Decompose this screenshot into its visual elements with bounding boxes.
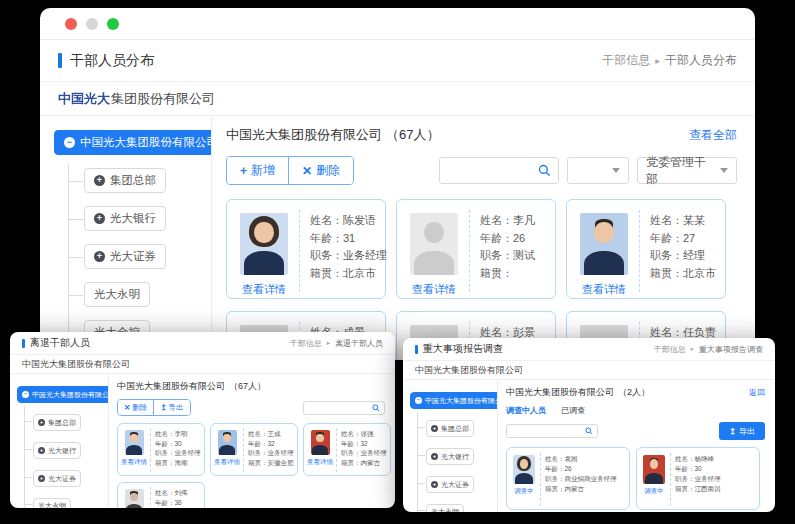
content-panel: 中国光大集团股份有限公司（67人） ✕ 删除 ↥ 导出 <box>109 374 395 508</box>
expand-icon[interactable]: + <box>38 419 45 426</box>
tab-investigated[interactable]: 已调查 <box>561 405 585 416</box>
content-panel: 中国光大集团股份有限公司（67人） 查看全部 + 新增 ✕ 删除 <box>212 116 755 360</box>
window-major-matters-report: 重大事项报告调查 干部信息 ▸ 重大事项报告调查 中国光大集团股份有限公司 − … <box>403 338 775 512</box>
org-tree-panel: − 中国光大集团股份有限公司 +集团总部 +光大银行 +光大证券 光大永明 光大… <box>403 380 498 512</box>
breadcrumb: 干部信息 ▸ 重大事项报告调查 <box>654 344 763 355</box>
person-photo <box>513 455 535 484</box>
tree-node-bank[interactable]: +光大银行 <box>426 448 474 465</box>
search-input[interactable] <box>511 428 585 435</box>
tree-node-securities[interactable]: +光大证券 <box>33 470 81 487</box>
category-select[interactable] <box>567 157 629 184</box>
toolbar: ↥ 导出 <box>506 422 765 440</box>
expand-icon[interactable]: + <box>94 251 105 262</box>
breadcrumb: 干部信息 ▸ 干部人员分布 <box>602 52 737 69</box>
back-link[interactable]: 返回 <box>749 387 765 398</box>
person-photo <box>240 213 288 275</box>
export-icon: ↥ <box>729 427 736 436</box>
tree-node-group-hq[interactable]: + 集团总部 <box>84 168 166 193</box>
tree-root-node[interactable]: − 中国光大集团股份有限公司 <box>410 392 498 409</box>
expand-icon[interactable]: + <box>38 475 45 482</box>
org-tree-panel: − 中国光大集团股份有限公司 +集团总部 +光大银行 +光大证券 光大永明 光大… <box>10 374 109 508</box>
titlebar <box>40 8 755 40</box>
tree-node-group-hq[interactable]: +集团总部 <box>426 420 474 437</box>
person-card: 查看详情 姓名：张强 年龄：32 职务：业务经理 籍贯：内蒙古 <box>303 423 391 476</box>
person-photo <box>125 489 144 508</box>
export-button[interactable]: ↥ 导出 <box>153 400 189 415</box>
tree-node-yongming[interactable]: 光大永明 <box>426 504 464 513</box>
expand-icon[interactable]: + <box>38 447 45 454</box>
view-detail-link[interactable]: 查看详情 <box>582 282 626 297</box>
add-button[interactable]: + 新增 <box>227 157 288 184</box>
company-logo: 中国光大 <box>58 90 110 108</box>
collapse-icon[interactable]: − <box>415 397 422 404</box>
content-panel: 中国光大集团股份有限公司（2人） 返回 调查中人员 已调查 <box>498 380 775 512</box>
person-card: 查看详情 姓名：陈发语 年龄：31 职务：业务经理 籍贯：北京市 <box>226 199 386 299</box>
search-icon[interactable] <box>538 164 551 177</box>
x-icon: ✕ <box>302 164 312 178</box>
tab-under-investigation[interactable]: 调查中人员 <box>506 405 546 416</box>
person-card: 调查中 姓名：袁园 年龄：26 职务：商业招商业务经理 籍贯：内蒙古 <box>506 447 630 510</box>
tree-node-securities[interactable]: + 光大证券 <box>84 244 166 269</box>
tree-node-bank[interactable]: +光大银行 <box>33 442 81 459</box>
breadcrumb-parent[interactable]: 干部信息 <box>602 52 650 69</box>
view-detail-link[interactable]: 查看详情 <box>121 458 147 467</box>
expand-icon[interactable]: + <box>94 213 105 224</box>
view-detail-link[interactable]: 查看详情 <box>214 458 240 467</box>
breadcrumb-current: 干部人员分布 <box>665 52 737 69</box>
search-icon[interactable] <box>585 427 593 435</box>
cadre-type-select[interactable]: 党委管理干部 <box>637 157 737 184</box>
status-link[interactable]: 调查中 <box>644 487 664 496</box>
person-card: 查看详情 姓名：刘伟 年龄：36 职务：业务经理 籍贯：上海 <box>117 482 205 508</box>
tree-node-yongming[interactable]: 光大永明 <box>84 282 150 307</box>
search-box <box>506 424 598 438</box>
maximize-window-icon[interactable] <box>107 18 119 30</box>
person-card: 查看详情 姓名：李凡 年龄：26 职务：测试 籍贯： <box>396 199 556 299</box>
delete-button[interactable]: ✕ 删除 <box>288 157 353 184</box>
export-button[interactable]: ↥ 导出 <box>719 422 765 440</box>
view-all-link[interactable]: 查看全部 <box>689 127 737 144</box>
company-banner-text: 集团股份有限公司 <box>111 90 215 108</box>
person-card: 查看详情 姓名：李明 年龄：30 职务：业务经理 籍贯：海南 <box>117 423 205 476</box>
expand-icon[interactable]: + <box>431 425 438 432</box>
tree-node-bank[interactable]: + 光大银行 <box>84 206 166 231</box>
expand-icon[interactable]: + <box>431 453 438 460</box>
expand-icon[interactable]: + <box>431 481 438 488</box>
tree-node-group-hq[interactable]: +集团总部 <box>33 414 81 431</box>
person-card: 查看详情 姓名：王成 年龄：32 职务：业务经理 籍贯：安徽合肥 <box>210 423 298 476</box>
search-icon[interactable] <box>372 404 380 412</box>
window-cadre-distribution: 干部人员分布 干部信息 ▸ 干部人员分布 中国光大 集团股份有限公司 − 中国光… <box>40 8 755 360</box>
view-detail-link[interactable]: 查看详情 <box>412 282 456 297</box>
tree-root-node[interactable]: − 中国光大集团股份有限公司 <box>54 130 212 155</box>
expand-icon[interactable]: + <box>94 175 105 186</box>
collapse-icon[interactable]: − <box>64 137 75 148</box>
minimize-window-icon[interactable] <box>86 18 98 30</box>
person-photo <box>311 430 330 455</box>
breadcrumb-current: 重大事项报告调查 <box>699 344 763 355</box>
tree-node-securities[interactable]: +光大证券 <box>426 476 474 493</box>
page-header: 离退干部人员 干部信息 ▸ 离退干部人员 <box>10 332 395 355</box>
person-card: 调查中 姓名：杨继峰 年龄：30 职务：业务经理 籍贯：江西南昌 <box>636 447 760 510</box>
delete-button[interactable]: ✕ 删除 <box>118 400 153 415</box>
view-detail-link[interactable]: 查看详情 <box>242 282 286 297</box>
status-link[interactable]: 调查中 <box>514 487 534 496</box>
toolbar: + 新增 ✕ 删除 <box>226 156 737 185</box>
tree-node-yongming[interactable]: 光大永明 <box>33 498 71 509</box>
title-accent-bar <box>22 339 25 348</box>
page-header: 重大事项报告调查 干部信息 ▸ 重大事项报告调查 <box>403 338 775 361</box>
search-box <box>439 157 559 184</box>
search-input[interactable] <box>308 404 372 411</box>
tree-root-node[interactable]: − 中国光大集团股份有限公司 <box>17 386 109 403</box>
chevron-down-icon <box>612 168 620 173</box>
page-title: 重大事项报告调查 <box>423 342 503 356</box>
breadcrumb-parent[interactable]: 干部信息 <box>654 344 686 355</box>
breadcrumb-parent[interactable]: 干部信息 <box>290 338 322 349</box>
tree-root-label: 中国光大集团股份有限公司 <box>80 135 212 150</box>
content-title: 中国光大集团股份有限公司（67人） <box>117 380 266 393</box>
person-photo <box>643 455 665 484</box>
collapse-icon[interactable]: − <box>22 391 29 398</box>
search-input[interactable] <box>447 164 538 178</box>
person-photo <box>125 430 144 455</box>
view-detail-link[interactable]: 查看详情 <box>307 458 333 467</box>
close-window-icon[interactable] <box>65 18 77 30</box>
toolbar: ✕ 删除 ↥ 导出 <box>117 399 385 416</box>
